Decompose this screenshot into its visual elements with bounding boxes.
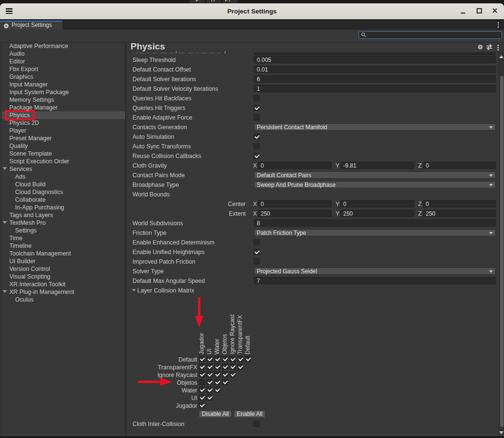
svg-text:?: ?	[479, 45, 481, 49]
